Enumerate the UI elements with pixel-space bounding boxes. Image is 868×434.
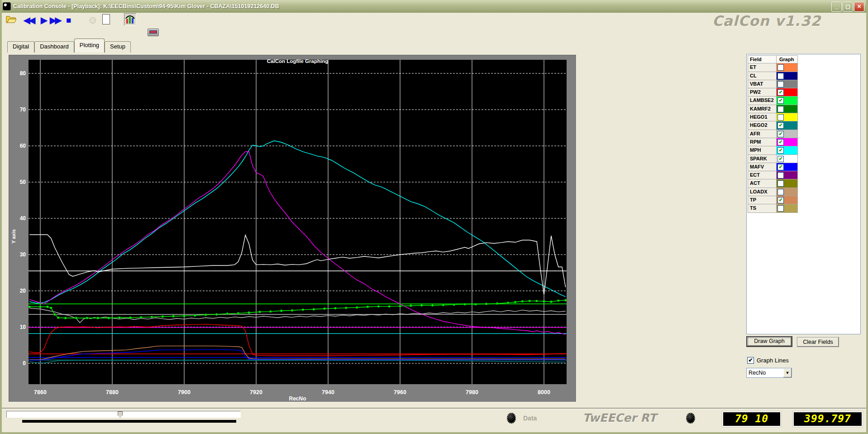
color-swatch: ✔ bbox=[777, 121, 798, 130]
slider-thumb[interactable] bbox=[118, 411, 123, 418]
xaxis-combobox-value: RecNo bbox=[749, 370, 766, 376]
tab-plotting[interactable]: Plotting bbox=[74, 39, 105, 53]
field-column-header: Field bbox=[748, 55, 777, 63]
graph-checkbox[interactable] bbox=[777, 106, 784, 112]
graph-checkbox[interactable]: ✔ bbox=[777, 156, 784, 162]
svg-text:7880: 7880 bbox=[106, 389, 119, 395]
field-row: ET bbox=[748, 63, 798, 72]
color-swatch: ✔ bbox=[777, 146, 798, 154]
graph-checkbox[interactable]: ✔ bbox=[777, 122, 784, 129]
window-title: Calibration Console - [Playback]: K:\EEC… bbox=[13, 3, 279, 10]
field-name-cell: TS bbox=[748, 204, 777, 212]
radio-indicator[interactable] bbox=[90, 17, 96, 24]
color-swatch: ✔ bbox=[777, 96, 798, 105]
graph-checkbox[interactable]: ✔ bbox=[777, 89, 784, 96]
tab-setup[interactable]: Setup bbox=[105, 41, 131, 53]
fast-forward-icon[interactable]: ▶▶ bbox=[50, 14, 60, 26]
graph-checkbox[interactable] bbox=[777, 81, 784, 87]
svg-text:Y axis: Y axis bbox=[11, 229, 16, 244]
graph-checkbox[interactable] bbox=[777, 73, 784, 79]
close-button[interactable]: ✕ bbox=[854, 2, 864, 12]
fields-table: FieldGraphETCLVBATPW2✔LAMBSE2✔KAMRF2HEGO… bbox=[748, 55, 798, 213]
field-name-cell: MPH bbox=[748, 146, 777, 154]
rewind-icon[interactable]: ◀◀ bbox=[24, 14, 34, 26]
color-swatch bbox=[777, 80, 798, 88]
toolbar: ◀◀ ▶ ▶▶ ■ CalCon v1.32 bbox=[2, 13, 866, 31]
draw-graph-button[interactable]: Draw Graph bbox=[746, 336, 792, 347]
graph-checkbox[interactable] bbox=[777, 114, 784, 121]
application-window: Calibration Console - [Playback]: K:\EEC… bbox=[0, 0, 868, 434]
svg-text:20: 20 bbox=[20, 288, 26, 294]
xaxis-combobox[interactable]: RecNo ▼ bbox=[746, 368, 792, 378]
open-folder-icon[interactable] bbox=[5, 14, 17, 24]
svg-text:30: 30 bbox=[20, 251, 26, 258]
bottom-divider bbox=[2, 408, 868, 409]
status-led bbox=[686, 413, 695, 424]
graph-checkbox[interactable] bbox=[777, 189, 784, 195]
graph-checkbox[interactable]: ✔ bbox=[777, 131, 784, 137]
field-name-cell: TP bbox=[748, 196, 777, 204]
tab-dashboard[interactable]: Dashboard bbox=[34, 41, 74, 53]
play-icon[interactable]: ▶ bbox=[41, 14, 46, 26]
color-swatch bbox=[777, 105, 798, 113]
graph-lines-label: Graph Lines bbox=[757, 357, 789, 364]
field-row: MPH✔ bbox=[748, 146, 798, 154]
svg-text:7900: 7900 bbox=[178, 389, 191, 395]
graph-checkbox[interactable] bbox=[777, 172, 784, 178]
svg-text:7980: 7980 bbox=[466, 389, 478, 395]
field-name-cell: LOADX bbox=[748, 188, 777, 196]
field-row: ACT bbox=[748, 179, 798, 188]
svg-text:RecNo: RecNo bbox=[289, 395, 306, 402]
tweecer-brand: TwEECer RT bbox=[572, 411, 667, 424]
color-swatch bbox=[777, 188, 798, 196]
field-row: HEGO1 bbox=[748, 113, 798, 121]
field-name-cell: ET bbox=[748, 63, 777, 72]
graph-checkbox[interactable]: ✔ bbox=[777, 164, 784, 170]
tab-digital[interactable]: Digital bbox=[7, 41, 34, 53]
field-name-cell: HEGO1 bbox=[748, 113, 777, 121]
color-swatch bbox=[777, 179, 798, 188]
fields-table-header: FieldGraph bbox=[748, 55, 798, 63]
data-led bbox=[507, 413, 516, 424]
field-name-cell: LAMBSE2 bbox=[748, 96, 777, 105]
fields-listbox: FieldGraphETCLVBATPW2✔LAMBSE2✔KAMRF2HEGO… bbox=[746, 54, 861, 334]
field-row: TP✔ bbox=[748, 196, 798, 204]
field-name-cell: ACT bbox=[748, 179, 777, 188]
blank-page-icon[interactable] bbox=[102, 14, 110, 24]
logfile-plot: 0102030405060708078607880790079207940796… bbox=[9, 55, 576, 402]
svg-text:0: 0 bbox=[23, 360, 26, 366]
field-row: TS bbox=[748, 204, 798, 212]
playback-slider[interactable] bbox=[6, 411, 241, 418]
maximize-button[interactable]: ▢ bbox=[843, 2, 853, 12]
clear-fields-button[interactable]: Clear Fields bbox=[797, 337, 839, 347]
window-titlebar: Calibration Console - [Playback]: K:\EEC… bbox=[0, 0, 868, 13]
field-row: MAFV✔ bbox=[748, 163, 798, 171]
graph-icon[interactable] bbox=[124, 13, 136, 25]
svg-text:7940: 7940 bbox=[322, 389, 334, 395]
svg-text:40: 40 bbox=[20, 215, 26, 222]
minimize-button[interactable]: _ bbox=[831, 2, 842, 12]
color-swatch bbox=[777, 204, 798, 212]
svg-text:7860: 7860 bbox=[34, 389, 47, 395]
field-row: CL bbox=[748, 72, 798, 80]
field-row: ECT bbox=[748, 171, 798, 179]
field-name-cell: SPARK bbox=[748, 155, 777, 163]
stop-icon[interactable]: ■ bbox=[66, 14, 71, 26]
svg-text:60: 60 bbox=[20, 143, 26, 149]
graph-checkbox[interactable]: ✔ bbox=[777, 97, 784, 104]
graph-checkbox[interactable]: ✔ bbox=[777, 139, 784, 145]
graph-checkbox[interactable] bbox=[777, 64, 784, 71]
svg-text:7960: 7960 bbox=[394, 389, 406, 395]
svg-text:8000: 8000 bbox=[538, 389, 550, 395]
chevron-down-icon[interactable]: ▼ bbox=[783, 368, 792, 377]
field-name-cell: HEGO2 bbox=[748, 121, 777, 130]
field-name-cell: ECT bbox=[748, 171, 777, 179]
graph-checkbox[interactable] bbox=[777, 205, 784, 212]
graph-checkbox[interactable]: ✔ bbox=[777, 197, 784, 203]
graph-lines-checkbox[interactable]: ✔ bbox=[747, 357, 754, 364]
field-name-cell: PW2 bbox=[748, 88, 777, 96]
field-row: LAMBSE2✔ bbox=[748, 96, 798, 105]
graph-checkbox[interactable] bbox=[777, 180, 784, 187]
device-card-icon[interactable] bbox=[148, 29, 159, 36]
graph-checkbox[interactable]: ✔ bbox=[777, 147, 784, 154]
